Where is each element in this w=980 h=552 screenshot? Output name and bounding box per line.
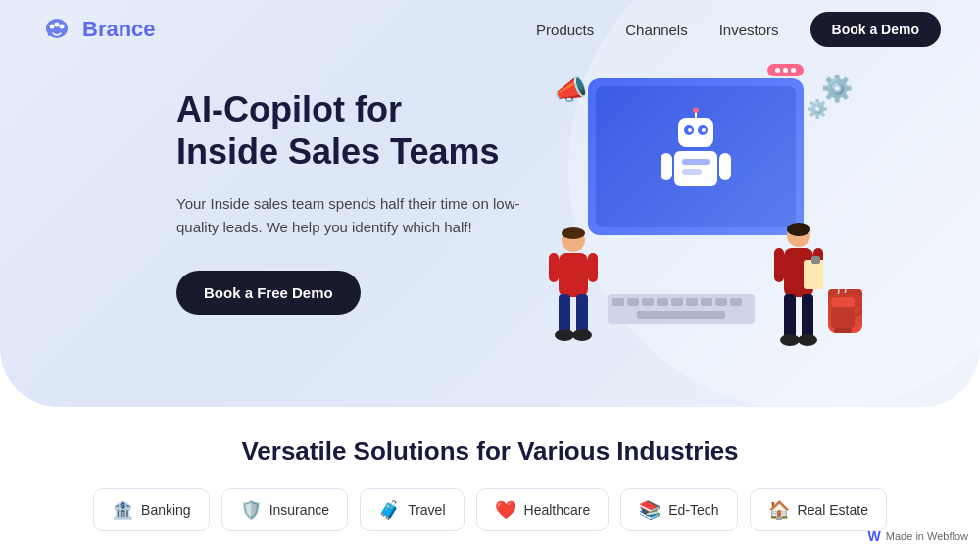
svg-rect-37 xyxy=(576,294,588,333)
megaphone-icon: 📣 xyxy=(554,74,588,106)
chat-dot-1 xyxy=(775,68,780,73)
svg-rect-26 xyxy=(730,298,742,306)
insurance-label: Insurance xyxy=(270,502,329,518)
svg-rect-30 xyxy=(834,328,852,333)
nav-links: Products Channels Investors Book a Demo xyxy=(536,12,941,47)
svg-rect-22 xyxy=(671,298,683,306)
logo: Brance xyxy=(39,12,156,47)
lower-section: Versatile Solutions for Various Industri… xyxy=(0,407,980,552)
svg-rect-45 xyxy=(804,260,823,289)
svg-rect-15 xyxy=(661,153,672,180)
robot-illustration xyxy=(657,108,735,206)
hero-illustration: ⚙️ ⚙️ 📣 xyxy=(529,59,882,363)
tab-travel[interactable]: 🧳 Travel xyxy=(360,488,464,531)
tab-healthcare[interactable]: ❤️ Healthcare xyxy=(476,488,610,531)
realestate-icon: 🏠 xyxy=(768,499,790,521)
svg-rect-13 xyxy=(682,159,710,165)
nav-products[interactable]: Products xyxy=(536,22,594,38)
svg-point-9 xyxy=(702,128,706,132)
svg-point-4 xyxy=(60,25,65,29)
svg-rect-5 xyxy=(678,118,713,147)
webflow-badge: W Made in Webflow xyxy=(868,528,968,544)
travel-icon: 🧳 xyxy=(378,499,400,521)
svg-rect-21 xyxy=(657,298,668,306)
logo-icon xyxy=(39,12,74,47)
svg-rect-46 xyxy=(811,256,820,264)
svg-point-11 xyxy=(693,108,699,113)
hero-title: AI-Copilot for Inside Sales Teams xyxy=(176,88,549,173)
hero-section: Brance Products Channels Investors Book … xyxy=(0,0,980,407)
svg-rect-47 xyxy=(784,294,796,338)
nav-investors[interactable]: Investors xyxy=(719,22,779,38)
free-demo-button[interactable]: Book a Free Demo xyxy=(176,271,361,315)
keyboard xyxy=(608,294,755,324)
banking-label: Banking xyxy=(141,502,191,518)
edtech-label: Ed-Tech xyxy=(668,502,718,518)
person-2 xyxy=(774,221,823,338)
svg-rect-33 xyxy=(559,253,588,297)
person1-svg xyxy=(549,226,598,343)
svg-point-32 xyxy=(562,227,585,239)
nav-channels[interactable]: Channels xyxy=(625,22,687,38)
section-title: Versatile Solutions for Various Industri… xyxy=(241,436,738,467)
svg-point-41 xyxy=(787,223,810,236)
svg-rect-35 xyxy=(588,253,598,282)
chat-dot-3 xyxy=(791,68,796,73)
tab-banking[interactable]: 🏦 Banking xyxy=(93,488,210,531)
tab-edtech[interactable]: 📚 Ed-Tech xyxy=(620,488,737,531)
navbar: Brance Products Channels Investors Book … xyxy=(0,0,980,59)
banking-icon: 🏦 xyxy=(112,499,133,521)
coffee-svg xyxy=(828,289,862,333)
monitor xyxy=(588,78,804,235)
chat-bubble-icon xyxy=(767,64,804,76)
svg-rect-24 xyxy=(701,298,712,306)
industry-tabs: 🏦 Banking 🛡️ Insurance 🧳 Travel ❤️ Healt… xyxy=(93,488,887,531)
healthcare-label: Healthcare xyxy=(524,502,591,518)
tab-realestate[interactable]: 🏠 Real Estate xyxy=(750,488,887,531)
svg-rect-25 xyxy=(715,298,727,306)
svg-rect-27 xyxy=(637,311,725,319)
gear-icon-small: ⚙️ xyxy=(807,98,828,120)
svg-rect-36 xyxy=(559,294,570,333)
svg-rect-23 xyxy=(686,298,698,306)
webflow-logo-icon: W xyxy=(868,528,881,544)
webflow-label: Made in Webflow xyxy=(886,530,968,542)
svg-rect-29 xyxy=(831,297,855,307)
hero-description: Your Inside sales team spends half their… xyxy=(176,192,549,239)
book-demo-button[interactable]: Book a Demo xyxy=(810,12,941,47)
svg-rect-20 xyxy=(642,298,654,306)
svg-point-3 xyxy=(55,23,60,27)
svg-rect-16 xyxy=(719,153,731,180)
svg-point-50 xyxy=(798,334,817,346)
svg-point-8 xyxy=(688,128,692,132)
hero-content: AI-Copilot for Inside Sales Teams Your I… xyxy=(176,88,549,315)
svg-point-2 xyxy=(50,25,55,29)
svg-rect-19 xyxy=(627,298,639,306)
healthcare-icon: ❤️ xyxy=(495,499,516,521)
realestate-label: Real Estate xyxy=(798,502,868,518)
edtech-icon: 📚 xyxy=(639,499,661,521)
svg-point-39 xyxy=(572,329,592,341)
person-1 xyxy=(549,226,598,333)
svg-rect-48 xyxy=(802,294,813,338)
svg-point-38 xyxy=(555,329,574,341)
svg-rect-14 xyxy=(682,169,702,175)
person2-svg xyxy=(774,221,823,348)
travel-label: Travel xyxy=(408,502,445,518)
brand-name: Brance xyxy=(82,17,156,42)
coffee-cup xyxy=(828,289,862,333)
insurance-icon: 🛡️ xyxy=(240,499,262,521)
svg-rect-43 xyxy=(774,248,784,282)
svg-rect-34 xyxy=(549,253,559,282)
chat-dot-2 xyxy=(783,68,788,73)
tab-insurance[interactable]: 🛡️ Insurance xyxy=(221,488,348,531)
svg-rect-18 xyxy=(612,298,624,306)
svg-point-49 xyxy=(780,334,800,346)
monitor-screen xyxy=(596,86,796,227)
keyboard-svg xyxy=(608,294,755,324)
